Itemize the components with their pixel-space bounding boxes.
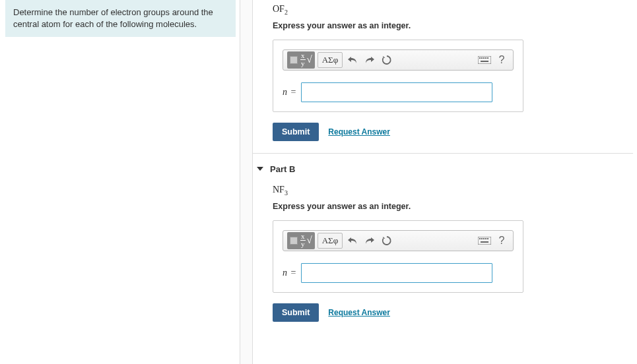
- molecule-a-base: OF: [273, 4, 285, 14]
- template-button-b[interactable]: xy √: [287, 232, 315, 249]
- help-button-a[interactable]: ?: [494, 54, 509, 66]
- part-b-header[interactable]: Part B: [253, 160, 633, 181]
- part-b-title: Part B: [270, 164, 295, 174]
- answer-input-b[interactable]: [301, 263, 492, 283]
- keyboard-button-a[interactable]: [477, 56, 492, 64]
- answer-input-a[interactable]: [301, 82, 492, 102]
- svg-rect-13: [481, 241, 488, 243]
- keyboard-button-b[interactable]: [477, 237, 492, 245]
- equation-toolbar-b: xy √ ΑΣφ: [283, 230, 514, 251]
- redo-button-a[interactable]: [362, 55, 377, 65]
- svg-rect-10: [483, 238, 485, 239]
- greek-button-b[interactable]: ΑΣφ: [318, 233, 343, 249]
- svg-rect-4: [485, 57, 486, 59]
- svg-rect-3: [483, 57, 485, 59]
- svg-rect-0: [478, 56, 491, 64]
- redo-button-b[interactable]: [362, 236, 377, 245]
- var-label-b: n =: [283, 268, 296, 278]
- svg-rect-9: [481, 238, 483, 239]
- square-icon: [290, 237, 298, 245]
- chevron-down-icon: [257, 167, 263, 171]
- submit-button-a[interactable]: Submit: [273, 123, 319, 141]
- column-divider: [240, 0, 253, 364]
- part-separator: [253, 153, 633, 154]
- request-answer-link-b[interactable]: Request Answer: [328, 308, 390, 317]
- molecule-a: OF2: [273, 4, 633, 16]
- svg-rect-7: [478, 237, 491, 245]
- svg-rect-12: [487, 238, 488, 239]
- instruction-a: Express your answer as an integer.: [273, 21, 633, 30]
- svg-rect-6: [481, 61, 488, 62]
- answer-box-a: xy √ ΑΣφ: [273, 40, 523, 112]
- greek-button-a[interactable]: ΑΣφ: [318, 52, 343, 68]
- square-icon: [290, 56, 298, 64]
- svg-rect-2: [481, 57, 483, 59]
- molecule-a-sub: 2: [285, 9, 288, 16]
- svg-rect-11: [485, 238, 486, 239]
- molecule-b-base: NF: [273, 185, 285, 195]
- molecule-b: NF3: [273, 185, 633, 197]
- fraction-icon: xy: [300, 233, 306, 248]
- equation-toolbar-a: xy √ ΑΣφ: [283, 49, 514, 71]
- root-icon: √: [307, 235, 312, 246]
- request-answer-link-a[interactable]: Request Answer: [328, 127, 390, 136]
- fraction-icon: xy: [300, 52, 306, 67]
- instruction-b: Express your answer as an integer.: [273, 202, 633, 211]
- help-button-b[interactable]: ?: [494, 235, 509, 247]
- svg-rect-1: [479, 57, 481, 59]
- undo-button-a[interactable]: [345, 55, 360, 65]
- undo-button-b[interactable]: [345, 236, 360, 245]
- question-prompt: Determine the number of electron groups …: [5, 0, 236, 37]
- svg-rect-5: [487, 57, 488, 59]
- molecule-b-sub: 3: [285, 189, 288, 197]
- template-button-a[interactable]: xy √: [287, 51, 315, 69]
- reset-button-b[interactable]: [380, 235, 394, 246]
- reset-button-a[interactable]: [380, 55, 394, 65]
- svg-rect-8: [479, 238, 481, 239]
- root-icon: √: [307, 54, 312, 65]
- submit-button-b[interactable]: Submit: [273, 303, 319, 322]
- answer-box-b: xy √ ΑΣφ: [273, 220, 523, 293]
- var-label-a: n =: [283, 87, 296, 98]
